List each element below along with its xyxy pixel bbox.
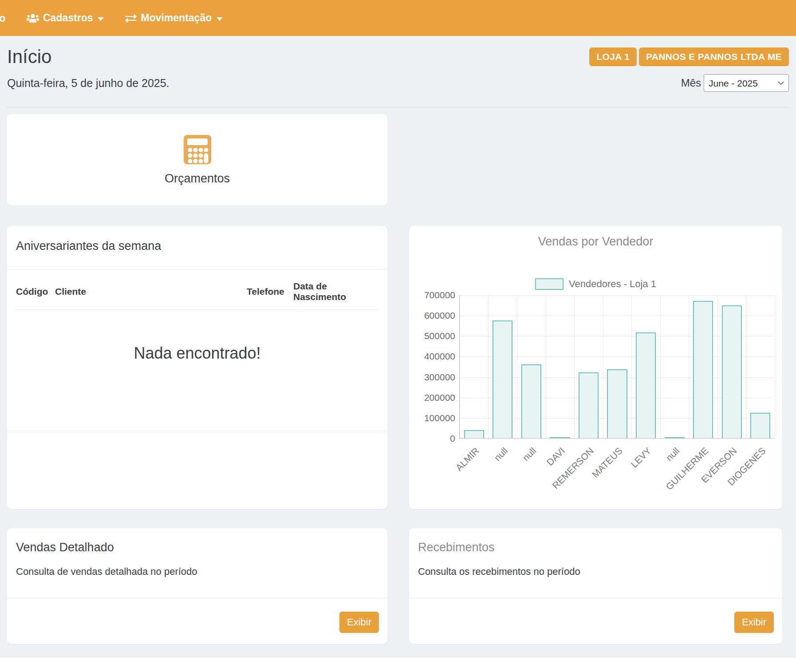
users-icon: [27, 13, 39, 24]
x-axis-tick-label: null: [520, 446, 538, 463]
divider: [7, 269, 387, 270]
column-header-cliente: Cliente: [55, 275, 247, 310]
gridline: [489, 295, 489, 438]
gridline: [574, 295, 575, 438]
empty-message: Nada encontrado!: [7, 344, 387, 363]
divider: [409, 598, 782, 598]
y-axis-tick-label: 300000: [424, 372, 455, 383]
caret-down-icon: [217, 17, 223, 21]
column-header-codigo: Código: [16, 275, 55, 310]
top-navbar: o Cadastros Movimentação: [0, 0, 796, 36]
recebimentos-exibir-button[interactable]: Exibir: [734, 612, 774, 633]
caret-down-icon: [98, 17, 104, 21]
page-title: Início: [7, 46, 51, 67]
store-button[interactable]: LOJA 1: [589, 47, 637, 66]
gridline: [603, 295, 603, 438]
recebimentos-description: Consulta os recebimentos no período: [409, 554, 782, 577]
y-axis-tick-label: 200000: [424, 392, 455, 403]
nav-item-label: Movimentação: [141, 12, 212, 24]
x-axis-tick-label: null: [492, 446, 510, 463]
birthdays-title: Aniversariantes da semana: [7, 226, 387, 253]
sales-chart-card: Vendas por Vendedor Vendedores - Loja 1 …: [409, 226, 782, 509]
gridline: [689, 295, 689, 438]
column-header-telefone: Telefone: [247, 275, 293, 310]
x-axis-tick-label: ALMIR: [453, 446, 481, 473]
nav-item-cadastros[interactable]: Cadastros: [27, 12, 104, 24]
bar-null[interactable]: [665, 437, 685, 438]
bar-DIOGENES[interactable]: [750, 413, 770, 438]
gridline: [631, 295, 632, 438]
legend-swatch: [535, 278, 564, 290]
vendas-detalhado-title: Vendas Detalhado: [7, 528, 387, 554]
current-date-text: Quinta-feira, 5 de junho de 2025.: [7, 77, 169, 90]
nav-item-label: Cadastros: [43, 12, 93, 24]
y-axis-tick-label: 700000: [424, 290, 455, 300]
divider: [7, 598, 387, 598]
bar-GUILHERME[interactable]: [693, 301, 713, 438]
bar-null[interactable]: [493, 320, 512, 438]
y-axis-tick-label: 500000: [424, 331, 455, 341]
legend-label: Vendedores - Loja 1: [569, 278, 656, 290]
orcamentos-label: Orçamentos: [165, 172, 230, 186]
y-axis-tick-label: 600000: [424, 310, 455, 321]
vendas-detalhado-card: Vendas Detalhado Consulta de vendas deta…: [7, 528, 387, 644]
gridline: [546, 295, 546, 438]
y-axis-tick-label: 100000: [424, 413, 455, 423]
chart-legend[interactable]: Vendedores - Loja 1: [409, 278, 782, 290]
bar-LEVY[interactable]: [636, 332, 656, 438]
birthdays-panel: Aniversariantes da semana Código Cliente…: [7, 226, 387, 509]
orcamentos-shortcut-card[interactable]: Orçamentos: [7, 114, 387, 206]
company-button[interactable]: PANNOS E PANNOS LTDA ME: [639, 47, 789, 66]
bar-MATEUS[interactable]: [607, 369, 627, 438]
page-footer-strip: [0, 658, 796, 672]
nav-item-movimentacao[interactable]: Movimentação: [125, 12, 223, 24]
bar-ALMIR[interactable]: [464, 430, 484, 438]
x-axis-tick-label: MATEUS: [590, 446, 624, 480]
month-select[interactable]: June - 2025: [704, 74, 789, 92]
x-axis-tick-label: null: [664, 446, 682, 463]
exchange-arrows-icon: [125, 13, 137, 23]
bar-REMERSON[interactable]: [579, 372, 599, 438]
vendas-detalhado-description: Consulta de vendas detalhada no período: [7, 554, 387, 577]
recebimentos-title: Recebimentos: [409, 528, 782, 554]
gridline: [460, 295, 460, 438]
gridline: [775, 295, 775, 438]
divider: [7, 431, 387, 431]
gridline: [717, 295, 718, 438]
month-label: Mês: [681, 77, 701, 89]
birthdays-table: Código Cliente Telefone Data de Nascimen…: [16, 275, 378, 310]
dotted-separator: [7, 92, 789, 108]
bar-DAVI[interactable]: [550, 437, 570, 438]
brand-partial-text[interactable]: o: [0, 12, 5, 24]
calculator-icon: [183, 134, 212, 166]
gridline: [517, 295, 517, 438]
chart-title: Vendas por Vendedor: [409, 235, 782, 249]
recebimentos-card: Recebimentos Consulta os recebimentos no…: [409, 528, 782, 644]
column-header-nascimento: Data de Nascimento: [293, 275, 378, 310]
gridline: [460, 295, 774, 296]
bar-EVERSON[interactable]: [722, 305, 742, 438]
y-axis-tick-label: 400000: [424, 351, 455, 362]
gridline: [746, 295, 746, 438]
bar-null[interactable]: [521, 364, 541, 438]
sales-chart-plot: 0100000200000300000400000500000600000700…: [459, 295, 774, 439]
gridline: [660, 295, 661, 438]
x-axis-tick-label: DAVI: [545, 446, 567, 468]
vendas-exibir-button[interactable]: Exibir: [339, 612, 379, 633]
y-axis-tick-label: 0: [450, 433, 455, 444]
x-axis-tick-label: LEVY: [629, 446, 653, 470]
